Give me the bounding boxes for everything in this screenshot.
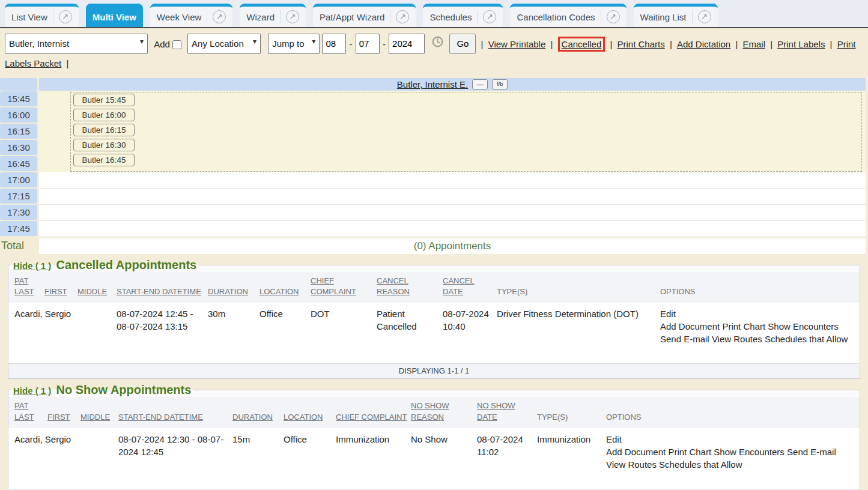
view-printable-link[interactable]: View Printable (488, 39, 546, 49)
show-encounters-link[interactable]: Show Encounters (714, 447, 785, 457)
tab-list-view[interactable]: List View ↗ (5, 4, 79, 27)
cancelled-link-highlight: Cancelled (558, 37, 605, 52)
cancelled-link[interactable]: Cancelled (562, 39, 602, 49)
print-chart-link[interactable]: Print Chart (668, 447, 711, 457)
tab-cancellation-codes[interactable]: Cancellation Codes ↗ (510, 4, 626, 27)
column-header-pat-last[interactable]: PAT LAST (8, 397, 47, 428)
slot-button[interactable]: Butler 16:45 (73, 154, 135, 166)
print-chart-link[interactable]: Print Chart (722, 321, 765, 331)
open-new-window-icon[interactable]: ↗ (698, 10, 711, 23)
provider-select[interactable]: Butler, Internist▾ (5, 34, 148, 54)
schedules-that-allow-link[interactable]: Schedules that Allow (659, 459, 742, 470)
tab-wizard[interactable]: Wizard ↗ (240, 4, 306, 27)
slot-button[interactable]: Butler 16:00 (73, 109, 135, 121)
open-new-window-icon[interactable]: ↗ (213, 10, 226, 23)
column-header-datetime[interactable]: START-END DATETIME (118, 408, 232, 428)
column-header-middle[interactable]: MIDDLE (77, 283, 117, 303)
column-header-duration[interactable]: DURATION (208, 283, 259, 303)
tab-waiting-list[interactable]: Waiting List ↗ (634, 4, 718, 27)
column-header-datetime[interactable]: START-END DATETIME (117, 283, 208, 303)
slot-button[interactable]: Butler 16:15 (73, 124, 135, 136)
time-label: 15:45 (0, 91, 37, 106)
print-labels-link[interactable]: Print Labels (777, 39, 825, 49)
date-separator: - (383, 39, 386, 49)
add-checkbox-group: Add (154, 39, 181, 49)
add-checkbox[interactable] (172, 40, 181, 49)
column-header-cancel-date[interactable]: CANCEL DATE (443, 272, 497, 303)
edit-link[interactable]: Edit (606, 433, 854, 446)
open-new-window-icon[interactable]: ↗ (396, 10, 409, 23)
date-year-field[interactable] (389, 34, 425, 54)
location-select[interactable]: Any Location▾ (187, 34, 261, 54)
time-column: 15:45 16:00 16:15 16:30 16:45 17:00 17:1… (0, 91, 37, 237)
open-new-window-icon[interactable]: ↗ (607, 10, 620, 23)
send-email-link[interactable]: Send E-mail (660, 334, 709, 344)
clock-icon[interactable] (432, 36, 443, 52)
tab-label: Wizard (246, 12, 275, 22)
edit-link[interactable]: Edit (660, 307, 854, 320)
link-separator: | (66, 58, 68, 68)
slot-button[interactable]: Butler 15:45 (73, 94, 135, 106)
column-header-no-show-date[interactable]: NO SHOW DATE (477, 397, 537, 428)
no-show-hide-link[interactable]: Hide ( 1 ) (13, 386, 51, 396)
column-header-location[interactable]: LOCATION (259, 283, 311, 303)
column-header-no-show-reason[interactable]: NO SHOW REASON (411, 397, 477, 428)
link-separator: | (770, 39, 772, 49)
jump-to-select[interactable]: Jump to▾ (268, 34, 320, 54)
cancelled-displaying-text: DISPLAYING 1-1 / 1 (8, 363, 860, 378)
front-back-button[interactable]: f/b (492, 79, 508, 89)
column-header-cancel-reason[interactable]: CANCEL REASON (377, 272, 443, 303)
link-separator: | (481, 39, 484, 49)
no-show-table-row: Acardi, Sergio 08-07-2024 12:30 - 08-07-… (8, 428, 860, 489)
date-month-field[interactable] (322, 34, 346, 54)
open-new-window-icon[interactable]: ↗ (59, 10, 72, 23)
collapse-column-button[interactable]: — (472, 79, 488, 89)
view-routes-link[interactable]: View Routes (712, 334, 762, 344)
send-email-link[interactable]: Send E-mail (787, 447, 836, 457)
appointment-types: Driver Fitness Determination (DOT) (497, 303, 660, 363)
column-header-chief-complaint[interactable]: CHIEF COMPLAINT (336, 408, 411, 428)
provider-column-link[interactable]: Butler, Internist E. (397, 79, 468, 89)
open-new-window-icon[interactable]: ↗ (483, 10, 496, 23)
print-charts-link[interactable]: Print Charts (618, 39, 665, 49)
open-new-window-icon[interactable]: ↗ (286, 10, 299, 23)
column-header-first[interactable]: FIRST (47, 408, 80, 428)
tab-divider (390, 10, 390, 23)
add-document-link[interactable]: Add Document (606, 447, 666, 457)
column-header-options: OPTIONS (606, 408, 860, 428)
tab-pat-appt-wizard[interactable]: Pat/Appt Wizard ↗ (313, 4, 416, 27)
tab-schedules[interactable]: Schedules ↗ (423, 4, 503, 27)
link-separator: | (550, 39, 553, 49)
add-document-link[interactable]: Add Document (660, 321, 720, 331)
column-header-middle[interactable]: MIDDLE (80, 408, 118, 428)
add-dictation-link[interactable]: Add Dictation (677, 39, 730, 49)
tab-label: Schedules (429, 12, 472, 22)
cancelled-table-header: PAT LAST FIRST MIDDLE START-END DATETIME… (8, 272, 860, 303)
email-link[interactable]: Email (742, 39, 765, 49)
column-header-pat-last[interactable]: PAT LAST (8, 272, 44, 303)
date-day-field[interactable] (356, 34, 380, 54)
column-header-chief-complaint[interactable]: CHIEF COMPLAINT (311, 272, 377, 303)
patient-name: Acardi, Sergio (8, 303, 117, 363)
column-header-duration[interactable]: DURATION (232, 408, 284, 428)
show-encounters-link[interactable]: Show Encounters (768, 321, 839, 331)
tab-week-view[interactable]: Week View ↗ (150, 4, 232, 27)
column-header-location[interactable]: LOCATION (284, 408, 336, 428)
view-routes-link[interactable]: View Routes (606, 459, 657, 470)
schedules-that-allow-link[interactable]: Schedules that Allow (765, 334, 848, 344)
tab-divider (207, 10, 207, 23)
tab-multi-view[interactable]: Multi View (86, 4, 143, 27)
time-label: 17:00 (0, 172, 37, 187)
slot-button[interactable]: Butler 16:30 (73, 139, 135, 151)
tab-divider (280, 10, 281, 23)
cancel-date: 08-07-2024 10:40 (443, 303, 497, 363)
cancelled-table-row: Acardi, Sergio 08-07-2024 12:45 - 08-07-… (8, 303, 860, 363)
go-button[interactable]: Go (449, 34, 476, 54)
no-show-section-title: No Show Appointments (56, 383, 192, 396)
column-header-first[interactable]: FIRST (44, 283, 77, 303)
total-label: Total (0, 238, 37, 254)
cancelled-hide-link[interactable]: Hide ( 1 ) (13, 261, 51, 271)
column-header-types: TYPE(S) (497, 283, 660, 303)
link-separator: | (610, 39, 612, 49)
no-show-reason: No Show (411, 428, 477, 489)
